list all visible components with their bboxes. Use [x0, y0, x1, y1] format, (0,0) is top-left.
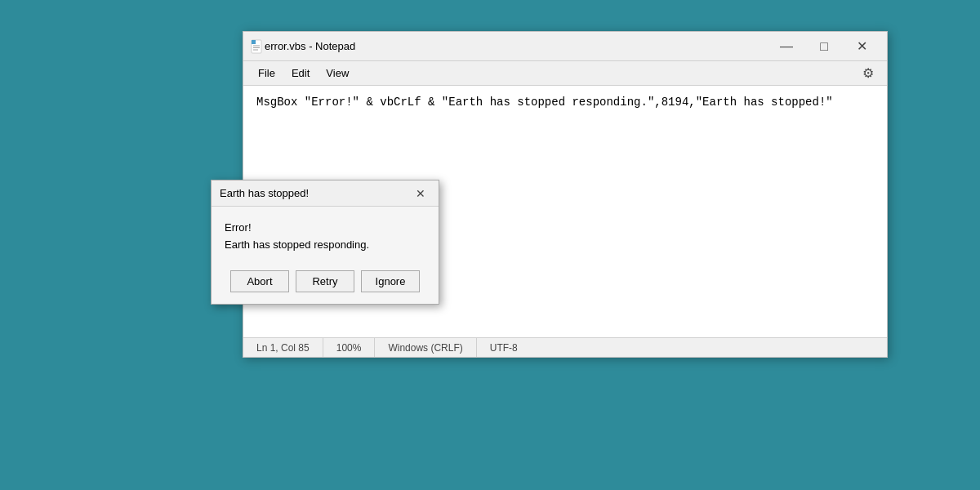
titlebar-controls: — □ ✕	[768, 32, 880, 61]
minimize-button[interactable]: —	[768, 32, 805, 61]
dialog-title: Earth has stopped!	[220, 187, 409, 199]
svg-rect-1	[252, 40, 256, 44]
editor-content: MsgBox "Error!" & vbCrLf & "Earth has st…	[256, 96, 874, 109]
dialog-message-line1: Error!	[225, 220, 425, 237]
error-dialog: Earth has stopped! ✕ Error! Earth has st…	[211, 180, 439, 305]
maximize-button[interactable]: □	[805, 32, 843, 61]
abort-button[interactable]: Abort	[230, 270, 289, 292]
notepad-menubar: File Edit View ⚙	[243, 61, 887, 86]
dialog-close-button[interactable]: ✕	[409, 182, 432, 205]
encoding: UTF-8	[477, 338, 531, 357]
notepad-title: error.vbs - Notepad	[265, 40, 768, 52]
dialog-message-line2: Earth has stopped responding.	[225, 237, 425, 254]
notepad-statusbar: Ln 1, Col 85 100% Windows (CRLF) UTF-8	[243, 337, 887, 357]
menu-view[interactable]: View	[318, 65, 357, 81]
ignore-button[interactable]: Ignore	[361, 270, 420, 292]
line-ending: Windows (CRLF)	[375, 338, 476, 357]
close-button[interactable]: ✕	[843, 32, 880, 61]
dialog-body: Error! Earth has stopped responding.	[212, 207, 439, 264]
menu-file[interactable]: File	[250, 65, 283, 81]
dialog-titlebar: Earth has stopped! ✕	[212, 180, 439, 207]
notepad-app-icon	[250, 39, 265, 54]
zoom-level: 100%	[323, 338, 376, 357]
settings-icon[interactable]: ⚙	[856, 62, 880, 84]
cursor-position: Ln 1, Col 85	[243, 338, 323, 357]
notepad-titlebar: error.vbs - Notepad — □ ✕	[243, 32, 887, 61]
retry-button[interactable]: Retry	[296, 270, 354, 292]
dialog-buttons: Abort Retry Ignore	[212, 264, 439, 304]
menu-edit[interactable]: Edit	[283, 65, 318, 81]
